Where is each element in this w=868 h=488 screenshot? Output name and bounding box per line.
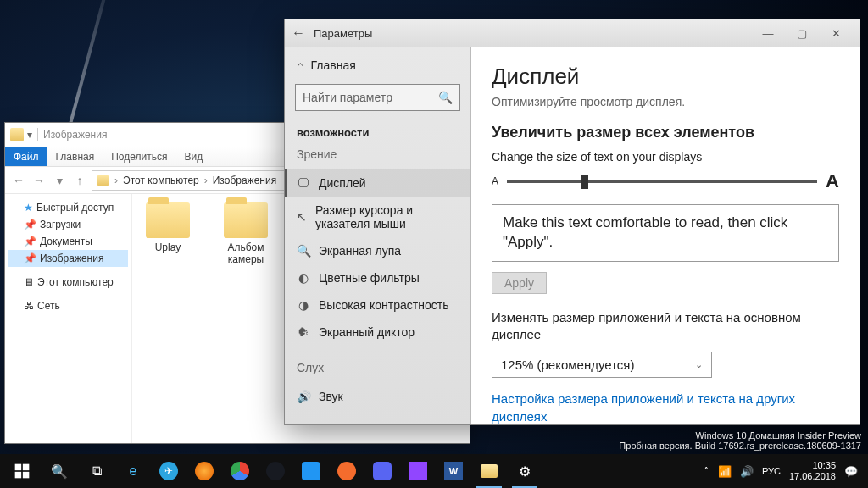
sidebar-item-contrast[interactable]: ◑Высокая контрастность	[285, 291, 470, 319]
taskbar: 🔍 ⧉ e ✈ W ⚙ ˄ 📶 🔊 РУС 10:35 17.06.2018 💬	[0, 454, 868, 488]
pin-icon: 📌	[24, 236, 36, 247]
sidebar-pictures[interactable]: 📌Изображения	[8, 250, 128, 267]
sidebar-this-pc[interactable]: 🖥Этот компьютер	[8, 274, 128, 291]
nav-up-icon[interactable]: ↑	[71, 174, 88, 187]
explorer-title: Изображения	[43, 129, 107, 141]
taskbar-app-uplay[interactable]	[293, 454, 329, 488]
taskbar-app-firefox[interactable]	[186, 454, 222, 488]
down-caret-icon[interactable]: ▾	[27, 129, 32, 141]
tab-share[interactable]: Поделиться	[103, 147, 175, 166]
slider-min-label: A	[492, 175, 498, 187]
start-button[interactable]	[3, 454, 41, 488]
sidebar-downloads[interactable]: 📌Загрузки	[8, 216, 128, 233]
sidebar-item-sound[interactable]: 🔊Звук	[285, 383, 470, 410]
sidebar-quick-access[interactable]: ★Быстрый доступ	[8, 199, 128, 216]
crumb-root[interactable]: Этот компьютер	[123, 175, 199, 186]
taskbar-app-explorer[interactable]	[471, 454, 507, 488]
search-input[interactable]: Найти параметр 🔍	[295, 84, 460, 111]
dropdown-value: 125% (рекомендуется)	[501, 358, 634, 372]
task-view-button[interactable]: ⧉	[78, 454, 115, 488]
sidebar-item-cursor[interactable]: ↖Размер курсора и указателя мыши	[285, 197, 470, 237]
folder-icon	[481, 464, 498, 478]
pin-icon: 📌	[24, 219, 36, 230]
slider-thumb[interactable]	[581, 175, 588, 189]
uplay-icon	[302, 462, 320, 480]
edge-icon: e	[130, 463, 137, 479]
back-icon[interactable]: ←	[292, 25, 305, 41]
sidebar-item-filters[interactable]: ◐Цветные фильтры	[285, 264, 470, 291]
origin-icon	[337, 462, 356, 480]
notifications-icon[interactable]: 💬	[844, 465, 858, 478]
page-title: Дисплей	[492, 64, 839, 90]
taskbar-app-origin[interactable]	[329, 454, 364, 488]
svg-rect-1	[23, 464, 30, 471]
sidebar-documents[interactable]: 📌Документы	[8, 233, 128, 250]
gear-icon: ⚙	[519, 463, 531, 480]
sidebar-network[interactable]: 🖧Сеть	[8, 297, 128, 314]
folder-item[interactable]: Uplay	[141, 202, 195, 265]
clock[interactable]: 10:35 17.06.2018	[789, 460, 836, 482]
nav-down-icon[interactable]: ▾	[51, 174, 68, 187]
svg-rect-0	[15, 464, 22, 471]
pc-icon: 🖥	[24, 276, 34, 288]
sidebar-item-narrator[interactable]: 🗣Экранный диктор	[285, 319, 470, 346]
pin-icon: 📌	[24, 252, 36, 264]
taskbar-app-settings[interactable]: ⚙	[507, 454, 542, 488]
network-icon: 🖧	[24, 300, 34, 312]
language-indicator[interactable]: РУС	[762, 466, 781, 476]
chevron-down-icon: ⌄	[695, 359, 703, 370]
other-displays-link[interactable]: Настройка размера приложений и текста на…	[492, 390, 839, 424]
nav-fwd-icon[interactable]: →	[31, 174, 47, 187]
taskbar-app-chrome[interactable]	[222, 454, 258, 488]
search-placeholder: Найти параметр	[303, 91, 392, 104]
search-button[interactable]: 🔍	[41, 454, 78, 488]
settings-window: ← Параметры — ▢ ✕ ⌂Главная Найти парамет…	[284, 19, 860, 425]
minimize-button[interactable]: —	[751, 27, 785, 40]
system-tray: ˄ 📶 🔊 РУС 10:35 17.06.2018 💬	[704, 460, 865, 482]
contrast-icon: ◑	[297, 298, 310, 312]
folder-icon	[97, 175, 109, 186]
settings-titlebar[interactable]: ← Параметры — ▢ ✕	[285, 19, 860, 47]
task-view-icon: ⧉	[92, 463, 102, 479]
twitch-icon	[409, 462, 427, 480]
nav-back-icon[interactable]: ←	[10, 174, 27, 187]
taskbar-app-steam[interactable]	[258, 454, 293, 488]
apply-button[interactable]: Apply	[492, 272, 547, 294]
monitor-icon: 🖵	[297, 176, 310, 190]
scale-dropdown[interactable]: 125% (рекомендуется) ⌄	[492, 352, 712, 378]
sound-icon: 🔊	[297, 390, 310, 403]
sidebar-item-display[interactable]: 🖵Дисплей	[285, 169, 470, 197]
steam-icon	[266, 462, 285, 480]
taskbar-app-word[interactable]: W	[436, 454, 471, 488]
folder-icon	[10, 128, 24, 141]
taskbar-app-edge[interactable]: e	[115, 454, 151, 488]
star-icon: ★	[24, 202, 33, 214]
discord-icon	[373, 462, 392, 480]
text-size-slider[interactable]: A A	[492, 170, 839, 192]
tab-file[interactable]: Файл	[5, 147, 47, 166]
word-icon: W	[444, 462, 463, 480]
svg-rect-2	[15, 472, 22, 479]
folder-icon	[146, 202, 190, 238]
close-button[interactable]: ✕	[819, 27, 853, 40]
volume-icon[interactable]: 🔊	[740, 465, 754, 478]
sidebar-home[interactable]: ⌂Главная	[285, 53, 470, 77]
section-heading: Увеличить размер всех элементов	[492, 124, 839, 141]
tray-up-icon[interactable]: ˄	[704, 465, 709, 478]
network-icon[interactable]: 📶	[718, 465, 732, 478]
category-vision: Зрение	[285, 144, 470, 169]
tab-home[interactable]: Главная	[47, 147, 103, 166]
crumb-current[interactable]: Изображения	[213, 175, 276, 186]
settings-sidebar: ⌂Главная Найти параметр 🔍 возможности Зр…	[285, 47, 471, 424]
maximize-button[interactable]: ▢	[785, 27, 819, 40]
taskbar-app-telegram[interactable]: ✈	[151, 454, 186, 488]
sidebar-item-magnifier[interactable]: 🔍Экранная лупа	[285, 237, 470, 264]
folder-item[interactable]: Альбом камеры	[219, 202, 273, 265]
taskbar-app-discord[interactable]	[364, 454, 400, 488]
taskbar-app-twitch[interactable]	[400, 454, 436, 488]
explorer-sidebar: ★Быстрый доступ 📌Загрузки 📌Документы 📌Из…	[5, 194, 132, 443]
slider-track[interactable]	[507, 180, 817, 183]
tab-view[interactable]: Вид	[175, 147, 211, 166]
slider-label: Change the size of text on your displays	[492, 150, 839, 164]
search-icon: 🔍	[438, 91, 453, 104]
